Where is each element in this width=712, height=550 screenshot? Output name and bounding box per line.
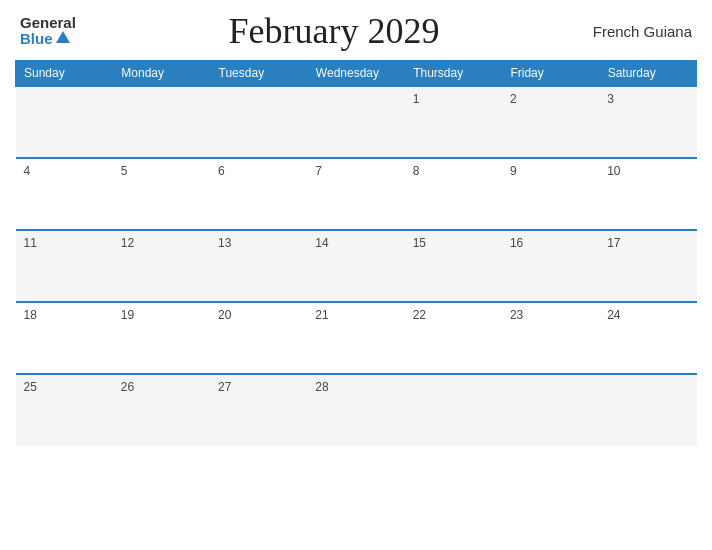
col-monday: Monday — [113, 61, 210, 87]
day-cell: 28 — [307, 374, 404, 446]
day-number: 11 — [24, 236, 37, 250]
day-number: 27 — [218, 380, 231, 394]
day-number: 15 — [413, 236, 426, 250]
day-cell: 9 — [502, 158, 599, 230]
day-number: 19 — [121, 308, 134, 322]
day-number: 20 — [218, 308, 231, 322]
day-cell: 10 — [599, 158, 696, 230]
day-number: 28 — [315, 380, 328, 394]
day-cell: 18 — [16, 302, 113, 374]
day-cell: 15 — [405, 230, 502, 302]
day-cell: 6 — [210, 158, 307, 230]
day-number: 22 — [413, 308, 426, 322]
col-thursday: Thursday — [405, 61, 502, 87]
day-number: 6 — [218, 164, 225, 178]
day-cell — [210, 86, 307, 158]
day-number: 1 — [413, 92, 420, 106]
day-cell: 4 — [16, 158, 113, 230]
day-number: 8 — [413, 164, 420, 178]
day-cell: 21 — [307, 302, 404, 374]
day-cell: 17 — [599, 230, 696, 302]
logo: General Blue — [20, 15, 76, 48]
day-number: 21 — [315, 308, 328, 322]
calendar-header: General Blue February 2029 French Guiana — [15, 10, 697, 52]
day-number: 17 — [607, 236, 620, 250]
week-row-0: 123 — [16, 86, 697, 158]
day-cell — [502, 374, 599, 446]
day-number: 16 — [510, 236, 523, 250]
day-cell: 20 — [210, 302, 307, 374]
week-row-1: 45678910 — [16, 158, 697, 230]
col-wednesday: Wednesday — [307, 61, 404, 87]
day-cell: 2 — [502, 86, 599, 158]
col-friday: Friday — [502, 61, 599, 87]
day-number: 14 — [315, 236, 328, 250]
week-row-3: 18192021222324 — [16, 302, 697, 374]
day-cell: 23 — [502, 302, 599, 374]
week-row-2: 11121314151617 — [16, 230, 697, 302]
day-number: 24 — [607, 308, 620, 322]
day-cell: 11 — [16, 230, 113, 302]
day-cell: 7 — [307, 158, 404, 230]
col-tuesday: Tuesday — [210, 61, 307, 87]
logo-blue-text: Blue — [20, 31, 53, 48]
day-cell: 27 — [210, 374, 307, 446]
day-cell: 24 — [599, 302, 696, 374]
day-cell — [405, 374, 502, 446]
day-cell: 1 — [405, 86, 502, 158]
day-cell: 16 — [502, 230, 599, 302]
day-cell: 13 — [210, 230, 307, 302]
week-row-4: 25262728 — [16, 374, 697, 446]
day-cell: 8 — [405, 158, 502, 230]
day-number: 13 — [218, 236, 231, 250]
day-cell: 25 — [16, 374, 113, 446]
day-cell: 22 — [405, 302, 502, 374]
col-sunday: Sunday — [16, 61, 113, 87]
day-number: 4 — [24, 164, 31, 178]
day-number: 7 — [315, 164, 322, 178]
day-number: 25 — [24, 380, 37, 394]
day-cell: 19 — [113, 302, 210, 374]
day-cell — [599, 374, 696, 446]
calendar-grid: Sunday Monday Tuesday Wednesday Thursday… — [15, 60, 697, 446]
day-cell — [16, 86, 113, 158]
day-number: 9 — [510, 164, 517, 178]
day-number: 2 — [510, 92, 517, 106]
days-header-row: Sunday Monday Tuesday Wednesday Thursday… — [16, 61, 697, 87]
logo-general-text: General — [20, 15, 76, 32]
day-cell: 12 — [113, 230, 210, 302]
day-number: 3 — [607, 92, 614, 106]
day-cell: 14 — [307, 230, 404, 302]
col-saturday: Saturday — [599, 61, 696, 87]
day-cell — [307, 86, 404, 158]
day-cell — [113, 86, 210, 158]
day-number: 18 — [24, 308, 37, 322]
day-cell: 5 — [113, 158, 210, 230]
region-label: French Guiana — [592, 23, 692, 40]
day-cell: 26 — [113, 374, 210, 446]
calendar-container: General Blue February 2029 French Guiana… — [0, 0, 712, 550]
month-title: February 2029 — [228, 10, 439, 52]
day-number: 26 — [121, 380, 134, 394]
day-cell: 3 — [599, 86, 696, 158]
day-number: 12 — [121, 236, 134, 250]
day-number: 10 — [607, 164, 620, 178]
logo-triangle-icon — [56, 31, 70, 43]
day-number: 23 — [510, 308, 523, 322]
day-number: 5 — [121, 164, 128, 178]
